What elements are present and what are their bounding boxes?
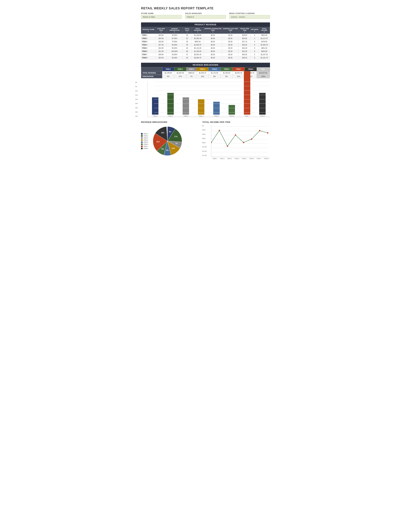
product-revenue-section: PRODUCT REVENUE PRODUCT NAME ▼ COST PER …: [141, 22, 270, 59]
legend-item: ITEM 1: [141, 133, 148, 135]
svg-point-26: [235, 134, 236, 136]
svg-line-19: [235, 135, 243, 142]
svg-point-28: [251, 139, 252, 140]
svg-point-25: [227, 146, 228, 147]
line-chart-x-labels: ITEM 1ITEM 2ITEM 3ITEM 4ITEM 5ITEM 6ITEM…: [211, 158, 270, 160]
bar-chart-y-axis: $40$35$30$25$20$15$10$5$0: [135, 82, 138, 117]
svg-point-24: [219, 130, 220, 131]
svg-text:13%: 13%: [172, 148, 175, 149]
bar-chart: ITEM 1ITEM 2ITEM 3ITEM 4ITEM 5ITEM 6ITEM…: [148, 82, 270, 117]
svg-point-30: [267, 132, 268, 133]
bar-item: ITEM 6: [226, 105, 238, 117]
svg-text:9%: 9%: [161, 148, 164, 150]
bar-item: ITEM 4: [195, 99, 207, 117]
bar-item: ITEM 5: [211, 102, 223, 117]
col-total-revenue[interactable]: TOTAL REVENUE ▼: [192, 27, 204, 34]
store-block: STORE NAME Market on Main: [141, 12, 182, 19]
legend-item: ITEM 5: [141, 141, 148, 143]
col-total-sold[interactable]: TOTAL SOLD ▼: [183, 27, 192, 34]
col-total-income[interactable]: TOTAL INCOME ▼: [259, 27, 270, 34]
col-markup[interactable]: MARKUP PERCENTAGE ▼: [167, 27, 183, 34]
table-row: ITEM 3$19.5075.00%28$955.50$5.00$2.50$17…: [141, 40, 270, 43]
pie-chart-title: REVENUE BREAKDOWN: [141, 121, 197, 123]
table-row: ITEM 5$14.5095.00%40$1,131.00$5.00$2.50$…: [141, 47, 270, 50]
line-chart-container: $1,400$1,200$1,000$800$600$400$200$0 ITE…: [202, 125, 270, 160]
bar-chart-section: $40$35$30$25$20$15$10$5$0 ITEM 1ITEM 2IT…: [141, 82, 270, 117]
line-chart-y-axis: $1,400$1,200$1,000$800$600$400$200$0: [202, 125, 207, 156]
bar-item: ITEM 8: [256, 93, 268, 117]
manager-label: SALES MANAGER: [185, 12, 226, 14]
bottom-charts: REVENUE BREAKDOWN ITEM 1ITEM 2ITEM 3ITEM…: [141, 121, 270, 160]
svg-line-22: [260, 131, 268, 133]
report-title: RETAIL WEEKLY SALES REPORT TEMPLATE: [141, 6, 270, 10]
svg-point-23: [211, 142, 212, 143]
product-revenue-table: PRODUCT NAME ▼ COST PER ITEM ▼ MARKUP PE…: [141, 27, 270, 59]
manager-value[interactable]: Patrick E.: [185, 15, 226, 19]
line-chart-svg: [211, 125, 270, 157]
bar-item: ITEM 3: [180, 97, 192, 117]
col-profit[interactable]: PROFIT PER ITEM ▼: [239, 27, 251, 34]
svg-text:17%: 17%: [174, 136, 177, 138]
col-cost[interactable]: COST PER ITEM ▼: [156, 27, 167, 34]
pie-chart-svg: 9%17%7%13%8%9%21%15%: [151, 125, 184, 157]
legend-item: ITEM 4: [141, 139, 148, 141]
table-row: ITEM 8$24.5092.00%44$2,069.76$5.00$2.50$…: [141, 56, 270, 59]
svg-line-20: [243, 139, 252, 142]
svg-point-27: [243, 142, 244, 143]
svg-text:8%: 8%: [166, 150, 169, 151]
manager-block: SALES MANAGER Patrick E.: [185, 12, 226, 19]
revenue-breakdown-title: REVENUE BREAKDOWN: [141, 63, 270, 67]
svg-line-16: [211, 130, 219, 142]
bar-item: ITEM 2: [165, 93, 177, 117]
legend-item: ITEM 8: [141, 148, 148, 149]
meta-section: STORE NAME Market on Main SALES MANAGER …: [141, 12, 270, 19]
week-label: WEEK STARTING & ENDING: [229, 12, 270, 14]
table-row: ITEM 1$19.5083.00%35$1,248.98$5.00$2.50$…: [141, 34, 270, 37]
legend-item: ITEM 7: [141, 146, 148, 147]
col-shipping-cost[interactable]: SHIPPING COST PER ITEM ▼: [222, 27, 239, 34]
svg-text:21%: 21%: [157, 141, 160, 143]
svg-line-17: [219, 130, 227, 146]
product-revenue-title: PRODUCT REVENUE: [141, 22, 270, 27]
col-product-name[interactable]: PRODUCT NAME ▼: [141, 27, 156, 34]
legend-item: ITEM 6: [141, 143, 148, 145]
legend-item: ITEM 3: [141, 137, 148, 139]
svg-text:9%: 9%: [169, 131, 171, 133]
pie-container: ITEM 1ITEM 2ITEM 3ITEM 4ITEM 5ITEM 6ITEM…: [141, 125, 197, 157]
table-row: ITEM 7$49.0065.00%37$2,991.45$5.00$2.50$…: [141, 53, 270, 56]
svg-line-18: [227, 135, 235, 146]
store-value[interactable]: Market on Main: [141, 15, 182, 19]
col-shipping-charge[interactable]: SHIPPING CHARGE PER ITEM ▼: [204, 27, 222, 34]
line-chart-title: TOTAL INCOME PER ITEM: [202, 121, 270, 123]
bar-item: ITEM 1: [149, 97, 161, 117]
line-chart-section: TOTAL INCOME PER ITEM $1,400$1,200$1,000…: [202, 121, 270, 160]
svg-line-21: [252, 131, 260, 139]
pie-legend: ITEM 1ITEM 2ITEM 3ITEM 4ITEM 5ITEM 6ITEM…: [141, 133, 148, 149]
svg-text:7%: 7%: [175, 143, 178, 144]
table-row: ITEM 6$11.00100.00%60$1,320.00$5.00$2.50…: [141, 50, 270, 53]
pie-chart-section: REVENUE BREAKDOWN ITEM 1ITEM 2ITEM 3ITEM…: [141, 121, 197, 160]
col-returns[interactable]: RETURNS ▼: [251, 27, 259, 34]
svg-text:15%: 15%: [161, 132, 164, 134]
bar-item: ITEM 7: [241, 71, 253, 117]
store-label: STORE NAME: [141, 12, 182, 14]
table-row: ITEM 2$24.5087.00%52$2,382.38$5.00$2.50$…: [141, 37, 270, 40]
table-row: ITEM 4$17.5090.00%55$1,828.75$5.00$2.50$…: [141, 43, 270, 47]
legend-item: ITEM 2: [141, 135, 148, 137]
line-chart-area: [211, 125, 270, 157]
week-block: WEEK STARTING & ENDING xx/xx/xx - xx/xx/…: [229, 12, 270, 19]
week-value[interactable]: xx/xx/xx - xx/xx/xx: [229, 15, 270, 19]
svg-point-29: [259, 130, 260, 131]
